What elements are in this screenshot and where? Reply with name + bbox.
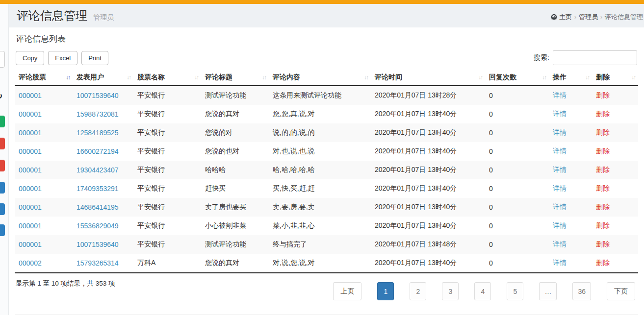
cell-stock[interactable]: 000001 (19, 147, 42, 155)
cell-user[interactable]: 15536829049 (77, 222, 119, 230)
cell-stock[interactable]: 000001 (19, 110, 42, 118)
cell-content: 买,快,买,赶,赶 (269, 179, 371, 198)
cell-stock-name: 平安银行 (133, 235, 201, 254)
cell-user[interactable]: 14686414195 (77, 203, 119, 211)
page-button-2[interactable]: 2 (410, 282, 426, 300)
column-header[interactable]: 股票名称 ↓↑ (133, 70, 201, 86)
delete-link[interactable]: 删除 (596, 91, 610, 99)
cell-user[interactable]: 10071539640 (77, 241, 119, 248)
delete-link[interactable]: 删除 (596, 221, 610, 229)
column-header[interactable]: 操作 ↓↑ (549, 70, 592, 86)
table-row: 000001 15988732081 平安银行 您说的真对 您,您,真,说,对 … (15, 105, 638, 123)
content-header: 评论信息管理 管理员 主页›管理员›评论信息管理 (9, 4, 644, 27)
cell-stock[interactable]: 000001 (19, 129, 42, 137)
cell-stock[interactable]: 000001 (19, 203, 42, 211)
sort-icon: ↓↑ (194, 74, 198, 81)
delete-link[interactable]: 删除 (596, 259, 610, 267)
blue-action-icon[interactable] (0, 182, 5, 194)
next-page-button[interactable]: 下页 (607, 282, 635, 300)
cell-content: 对,说,您,说,对 (269, 254, 371, 273)
column-header[interactable]: 评论标题 ↓↑ (201, 70, 269, 86)
delete-link[interactable]: 删除 (596, 240, 610, 248)
detail-link[interactable]: 详情 (553, 221, 567, 229)
page-button-4[interactable]: 4 (474, 282, 491, 300)
search-label: 搜索: (534, 53, 549, 62)
page-button-3[interactable]: 3 (442, 282, 459, 300)
breadcrumb-separator: › (574, 14, 576, 21)
copy-button[interactable]: Copy (16, 51, 44, 65)
cell-stock[interactable]: 000001 (19, 166, 42, 174)
column-header[interactable]: 发表用户 ↓↑ (73, 70, 133, 86)
page-ellipsis-button[interactable]: … (539, 282, 557, 300)
dashboard-icon (551, 14, 557, 22)
delete-link[interactable]: 删除 (596, 166, 610, 173)
blue-action-icon[interactable] (0, 224, 5, 236)
cell-stock-name: 平安银行 (133, 86, 201, 105)
cell-user[interactable]: 12584189525 (77, 129, 119, 137)
detail-link[interactable]: 详情 (553, 110, 567, 118)
delete-link[interactable]: 删除 (596, 147, 610, 155)
column-label: 操作 (553, 73, 567, 81)
cell-stock-name: 平安银行 (133, 198, 201, 217)
page-button-36[interactable]: 36 (572, 282, 591, 300)
column-header[interactable]: 回复次数 ↓↑ (485, 70, 549, 86)
delete-link[interactable]: 删除 (596, 110, 610, 118)
column-header[interactable]: 评论内容 ↓↑ (269, 70, 371, 86)
prev-page-button[interactable]: 上页 (333, 282, 361, 300)
search-input[interactable] (553, 50, 637, 65)
blue-action-icon[interactable] (0, 203, 5, 215)
cell-user[interactable]: 19304423407 (77, 166, 119, 174)
column-header[interactable]: 评论时间 ↓↑ (371, 70, 485, 86)
cell-replies: 0 (485, 198, 549, 217)
table-row: 000001 16600272194 平安银行 您说的也对 对,也,说,也,说 … (15, 142, 638, 161)
cell-stock-name: 平安银行 (133, 142, 201, 161)
cell-stock[interactable]: 000001 (19, 241, 42, 248)
cell-stock-name: 平安银行 (133, 161, 201, 179)
cell-title: 您说的也对 (201, 142, 269, 161)
page-button-1[interactable]: 1 (377, 282, 394, 300)
partial-button[interactable] (0, 51, 5, 68)
detail-link[interactable]: 详情 (553, 128, 567, 136)
print-button[interactable]: Print (81, 51, 108, 65)
red-action-icon[interactable] (0, 138, 5, 149)
cell-time: 2020年01月07日 13时40分 (371, 198, 485, 217)
cell-replies: 0 (485, 217, 549, 235)
detail-link[interactable]: 详情 (553, 203, 567, 211)
delete-link[interactable]: 删除 (596, 184, 610, 192)
column-header[interactable]: 评论股票 ↓↑ (15, 70, 73, 86)
cell-content: 哈,哈,哈,哈,哈 (269, 161, 371, 179)
cell-stock-name: 万科A (133, 254, 201, 273)
detail-link[interactable]: 详情 (553, 240, 567, 248)
cell-stock[interactable]: 000002 (19, 259, 42, 267)
sort-icon: ↓↑ (631, 74, 635, 81)
cell-user[interactable]: 15988732081 (77, 110, 119, 118)
cell-user[interactable]: 10071539640 (77, 92, 119, 99)
excel-button[interactable]: Excel (48, 51, 77, 65)
column-header[interactable]: 删除 ↓↑ (592, 70, 638, 86)
cell-user[interactable]: 17409353291 (77, 185, 119, 193)
delete-link[interactable]: 删除 (596, 128, 610, 136)
detail-link[interactable]: 详情 (553, 184, 567, 192)
detail-link[interactable]: 详情 (553, 166, 567, 173)
cell-time: 2020年01月07日 13时40分 (371, 217, 485, 235)
delete-link[interactable]: 删除 (596, 203, 610, 211)
cell-replies: 0 (485, 254, 549, 273)
pagination: 上页12345…36下页 (333, 282, 635, 300)
cell-stock[interactable]: 000001 (19, 92, 42, 99)
green-action-icon[interactable] (0, 116, 5, 127)
detail-link[interactable]: 详情 (553, 147, 567, 155)
cell-stock[interactable]: 000001 (19, 222, 42, 230)
page-button-5[interactable]: 5 (507, 282, 523, 300)
table-row: 000002 15793265314 万科A 您说的真对 对,说,您,说,对 2… (15, 254, 638, 273)
cell-user[interactable]: 15793265314 (77, 259, 119, 267)
cell-content: 说,的,的,说,的 (269, 123, 371, 142)
red-action-icon[interactable] (0, 160, 5, 171)
cell-user[interactable]: 16600272194 (77, 147, 119, 155)
detail-link[interactable]: 详情 (553, 91, 567, 99)
cell-stock[interactable]: 000001 (19, 185, 42, 193)
refresh-icon[interactable]: ↻ (0, 90, 5, 102)
breadcrumb-admin[interactable]: 管理员 (579, 13, 598, 21)
detail-link[interactable]: 详情 (553, 259, 567, 267)
cell-title: 您说的真对 (201, 254, 269, 273)
breadcrumb-home[interactable]: 主页 (559, 13, 572, 21)
